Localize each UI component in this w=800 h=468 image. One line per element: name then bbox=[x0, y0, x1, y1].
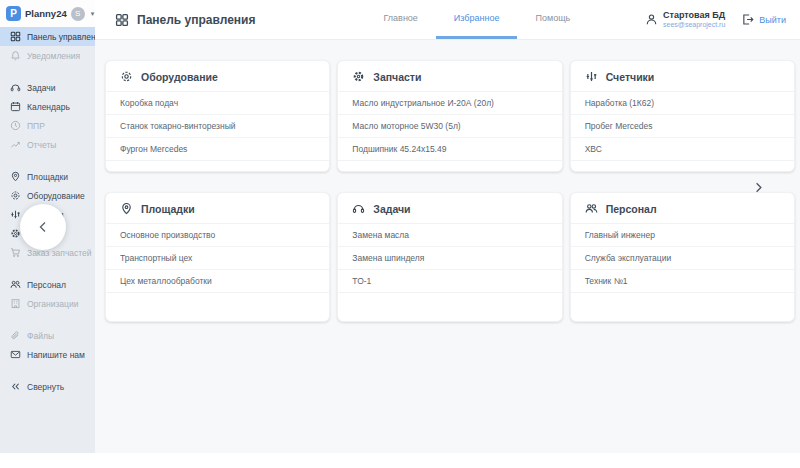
dashboard-content: Оборудование Коробка подач Станок токарн… bbox=[95, 40, 800, 322]
card-title: Оборудование bbox=[141, 71, 218, 83]
carousel-next-button[interactable] bbox=[745, 174, 771, 200]
list-item[interactable]: Замена масла bbox=[338, 224, 561, 247]
gear-icon bbox=[120, 70, 133, 83]
building-icon bbox=[10, 298, 21, 309]
sidebar-item-calendar[interactable]: Календарь bbox=[0, 97, 95, 116]
sidebar-item-ppr[interactable]: ППР bbox=[0, 116, 95, 135]
sidebar: P Planny24 S ▾ Панель управления Уведомл… bbox=[0, 0, 95, 453]
sidebar-item-sites[interactable]: Площадки bbox=[0, 167, 95, 186]
logout-icon bbox=[741, 13, 754, 26]
user-email: sees@seaproject.ru bbox=[663, 21, 725, 29]
list-item[interactable]: Станок токарно-винторезный bbox=[106, 115, 329, 138]
card-meters: Счетчики Наработка (1К62) Пробег Mercede… bbox=[570, 60, 795, 172]
user-meta: Стартовая БД sees@seaproject.ru bbox=[663, 10, 725, 29]
sidebar-item-label: Свернуть bbox=[27, 382, 64, 392]
chevron-right-icon bbox=[751, 180, 766, 195]
card-sites: Площадки Основное производство Транспорт… bbox=[105, 192, 330, 322]
sidebar-item-notifications[interactable]: Уведомления bbox=[0, 46, 95, 65]
user-name: Стартовая БД bbox=[663, 10, 725, 21]
sidebar-item-organizations[interactable]: Организации bbox=[0, 294, 95, 313]
card-header: Запчасти bbox=[338, 70, 561, 92]
list-item[interactable]: Главный инженер bbox=[571, 224, 794, 247]
sidebar-item-reports[interactable]: Отчеты bbox=[0, 135, 95, 154]
gauge-icon bbox=[10, 209, 21, 220]
list-item[interactable]: Транспортный цех bbox=[106, 247, 329, 270]
chevrons-left-icon bbox=[10, 381, 21, 392]
app-window: P Planny24 S ▾ Панель управления Уведомл… bbox=[0, 0, 800, 453]
sidebar-item-label: Отчеты bbox=[27, 140, 56, 150]
app-logo-text: Planny24 bbox=[25, 8, 67, 19]
list-item[interactable]: Подшипник 45.24х15.49 bbox=[338, 138, 561, 161]
sidebar-item-label: Задачи bbox=[27, 83, 56, 93]
logout-button[interactable]: Выйти bbox=[741, 13, 786, 26]
people-icon bbox=[10, 279, 21, 290]
card-personnel: Персонал Главный инженер Служба эксплуат… bbox=[570, 192, 795, 322]
gauge-icon bbox=[585, 70, 598, 83]
list-item[interactable]: Коробка подач bbox=[106, 92, 329, 115]
favorites-cards-grid: Оборудование Коробка подач Станок токарн… bbox=[105, 60, 795, 322]
sidebar-item-tasks[interactable]: Задачи bbox=[0, 78, 95, 97]
tab-main[interactable]: Главное bbox=[365, 0, 435, 39]
sidebar-item-collapse[interactable]: Свернуть bbox=[0, 377, 95, 396]
sidebar-item-equipment[interactable]: Оборудование bbox=[0, 186, 95, 205]
card-title: Персонал bbox=[606, 203, 657, 215]
card-header: Площадки bbox=[106, 202, 329, 224]
card-header: Задачи bbox=[338, 202, 561, 224]
tab-label: Главное bbox=[383, 13, 417, 23]
sidebar-item-personnel[interactable]: Персонал bbox=[0, 275, 95, 294]
tab-favorites[interactable]: Избранное bbox=[436, 0, 518, 39]
people-icon bbox=[585, 202, 598, 215]
collapse-sidebar-button[interactable] bbox=[20, 204, 66, 250]
card-title: Запчасти bbox=[373, 71, 421, 83]
list-item[interactable]: Пробег Mercedes bbox=[571, 115, 794, 138]
sidebar-item-label: Организации bbox=[27, 299, 78, 309]
list-item[interactable]: Техник №1 bbox=[571, 270, 794, 293]
card-header: Оборудование bbox=[106, 70, 329, 92]
cart-icon bbox=[10, 247, 21, 258]
gear-icon bbox=[10, 190, 21, 201]
bell-icon bbox=[10, 50, 21, 61]
sidebar-item-files[interactable]: Файлы bbox=[0, 326, 95, 345]
list-item[interactable]: Наработка (1К62) bbox=[571, 92, 794, 115]
list-item[interactable]: Масло индустриальное И-20А (20л) bbox=[338, 92, 561, 115]
list-item[interactable]: ТО-1 bbox=[338, 270, 561, 293]
card-tasks: Задачи Замена масла Замена шпинделя ТО-1 bbox=[337, 192, 562, 322]
clock-icon bbox=[10, 120, 21, 131]
list-item[interactable]: Цех металлообработки bbox=[106, 270, 329, 293]
paperclip-icon bbox=[10, 330, 21, 341]
list-item[interactable]: ХВС bbox=[571, 138, 794, 161]
card-header: Персонал bbox=[571, 202, 794, 224]
sidebar-item-label: Площадки bbox=[27, 172, 68, 182]
chevron-down-icon[interactable]: ▾ bbox=[91, 10, 95, 18]
pin-icon bbox=[120, 202, 133, 215]
sidebar-item-label: Файлы bbox=[27, 331, 54, 341]
sidebar-item-contact-us[interactable]: Напишите нам bbox=[0, 345, 95, 364]
card-title: Площадки bbox=[141, 203, 195, 215]
list-item[interactable]: Основное производство bbox=[106, 224, 329, 247]
list-item[interactable]: Масло моторное 5W30 (5л) bbox=[338, 115, 561, 138]
dashboard-icon bbox=[115, 13, 129, 27]
dashboard-icon bbox=[10, 31, 21, 42]
list-item[interactable]: Замена шпинделя bbox=[338, 247, 561, 270]
list-item[interactable]: Фургон Mercedes bbox=[106, 138, 329, 161]
list-item[interactable]: Служба эксплуатации bbox=[571, 247, 794, 270]
card-equipment: Оборудование Коробка подач Станок токарн… bbox=[105, 60, 330, 172]
card-header: Счетчики bbox=[571, 70, 794, 92]
logo-row: P Planny24 S ▾ bbox=[0, 0, 95, 27]
trend-icon bbox=[10, 139, 21, 150]
logout-label: Выйти bbox=[759, 15, 786, 25]
tab-label: Избранное bbox=[454, 13, 500, 23]
sidebar-item-label: Уведомления bbox=[27, 51, 80, 61]
sidebar-item-label: Оборудование bbox=[27, 191, 85, 201]
page-title-block: Панель управления bbox=[115, 13, 255, 27]
mail-icon bbox=[10, 349, 21, 360]
header-tabs: Главное Избранное Помощь bbox=[365, 0, 588, 39]
calendar-icon bbox=[10, 101, 21, 112]
user-area[interactable]: Стартовая БД sees@seaproject.ru bbox=[645, 10, 725, 29]
main-area: Панель управления Главное Избранное Помо… bbox=[95, 0, 800, 453]
planny-logo-icon: P bbox=[6, 6, 21, 21]
avatar[interactable]: S bbox=[71, 7, 85, 21]
sidebar-item-dashboard[interactable]: Панель управления bbox=[0, 27, 95, 46]
tab-help[interactable]: Помощь bbox=[517, 0, 588, 39]
card-title: Задачи bbox=[373, 203, 410, 215]
